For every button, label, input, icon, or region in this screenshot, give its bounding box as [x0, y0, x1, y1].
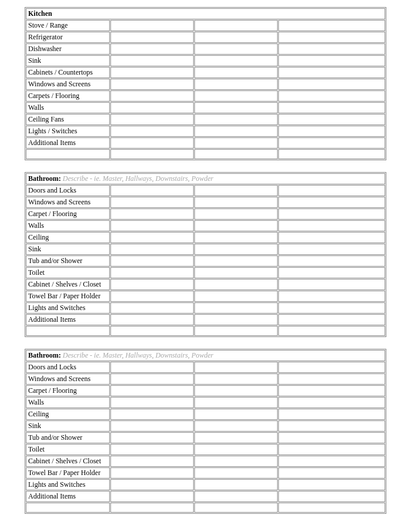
row-cell[interactable]: [194, 444, 278, 455]
row-cell[interactable]: [110, 32, 194, 43]
row-cell[interactable]: [194, 55, 278, 66]
row-cell[interactable]: [110, 326, 194, 336]
row-cell[interactable]: [194, 314, 278, 325]
row-cell[interactable]: [110, 67, 194, 78]
row-cell[interactable]: [110, 444, 194, 455]
row-cell[interactable]: [278, 326, 385, 336]
row-cell[interactable]: [278, 314, 385, 325]
row-cell[interactable]: [110, 385, 194, 396]
row-cell[interactable]: [110, 291, 194, 302]
row-cell[interactable]: [194, 43, 278, 55]
row-cell[interactable]: [194, 373, 278, 385]
row-cell[interactable]: [110, 126, 194, 137]
row-cell[interactable]: [110, 409, 194, 420]
row-cell[interactable]: [278, 255, 385, 267]
row-cell[interactable]: [110, 314, 194, 325]
row-cell[interactable]: [278, 55, 385, 66]
row-cell[interactable]: [110, 43, 194, 55]
row-cell[interactable]: [278, 479, 385, 490]
row-cell[interactable]: [278, 114, 385, 125]
row-cell[interactable]: [110, 90, 194, 102]
row-cell[interactable]: [194, 255, 278, 267]
row-cell[interactable]: [278, 43, 385, 55]
row-cell[interactable]: [110, 197, 194, 208]
row-cell[interactable]: [278, 279, 385, 290]
row-cell[interactable]: [110, 279, 194, 290]
row-cell[interactable]: [194, 20, 278, 31]
row-cell[interactable]: [194, 326, 278, 336]
row-cell[interactable]: [194, 232, 278, 243]
row-cell[interactable]: [278, 67, 385, 78]
row-cell[interactable]: [194, 291, 278, 302]
row-cell[interactable]: [278, 126, 385, 137]
row-cell[interactable]: [110, 79, 194, 90]
row-cell[interactable]: [194, 220, 278, 231]
row-cell[interactable]: [278, 432, 385, 443]
row-cell[interactable]: [194, 185, 278, 196]
row-cell[interactable]: [194, 102, 278, 113]
row-cell[interactable]: [194, 208, 278, 220]
row-cell[interactable]: [278, 102, 385, 113]
row-cell[interactable]: [278, 444, 385, 455]
row-cell[interactable]: [110, 432, 194, 443]
row-cell[interactable]: [194, 267, 278, 278]
row-cell[interactable]: [194, 479, 278, 490]
row-cell[interactable]: [194, 67, 278, 78]
row-cell[interactable]: [278, 149, 385, 159]
row-cell[interactable]: [110, 208, 194, 220]
row-cell[interactable]: [278, 32, 385, 43]
row-cell[interactable]: [194, 503, 278, 513]
row-cell[interactable]: [278, 267, 385, 278]
row-cell[interactable]: [278, 362, 385, 373]
row-cell[interactable]: [194, 409, 278, 420]
row-cell[interactable]: [278, 291, 385, 302]
row-cell[interactable]: [278, 409, 385, 420]
row-cell[interactable]: [278, 220, 385, 231]
row-cell[interactable]: [278, 79, 385, 90]
row-cell[interactable]: [110, 456, 194, 467]
row-cell[interactable]: [110, 255, 194, 267]
row-cell[interactable]: [194, 302, 278, 314]
row-cell[interactable]: [278, 503, 385, 513]
row-cell[interactable]: [194, 90, 278, 102]
row-cell[interactable]: [194, 491, 278, 502]
row-cell[interactable]: [278, 197, 385, 208]
row-cell[interactable]: [278, 456, 385, 467]
row-cell[interactable]: [110, 479, 194, 490]
row-cell[interactable]: [110, 102, 194, 113]
row-cell[interactable]: [278, 385, 385, 396]
row-cell[interactable]: [110, 267, 194, 278]
row-cell[interactable]: [194, 197, 278, 208]
row-cell[interactable]: [194, 385, 278, 396]
row-cell[interactable]: [278, 20, 385, 31]
row-cell[interactable]: [110, 114, 194, 125]
row-cell[interactable]: [194, 467, 278, 479]
row-cell[interactable]: [194, 456, 278, 467]
row-cell[interactable]: [194, 32, 278, 43]
row-cell[interactable]: [110, 20, 194, 31]
row-cell[interactable]: [278, 244, 385, 255]
row-cell[interactable]: [110, 467, 194, 479]
row-cell[interactable]: [110, 362, 194, 373]
row-cell[interactable]: [110, 185, 194, 196]
row-cell[interactable]: [194, 420, 278, 432]
row-cell[interactable]: [110, 232, 194, 243]
row-cell[interactable]: [194, 126, 278, 137]
row-cell[interactable]: [278, 467, 385, 479]
row-cell[interactable]: [278, 208, 385, 220]
row-cell[interactable]: [278, 373, 385, 385]
row-cell[interactable]: [194, 244, 278, 255]
row-cell[interactable]: [110, 137, 194, 149]
row-cell[interactable]: [278, 232, 385, 243]
row-cell[interactable]: [278, 302, 385, 314]
row-cell[interactable]: [110, 373, 194, 385]
row-cell[interactable]: [278, 137, 385, 149]
row-cell[interactable]: [194, 137, 278, 149]
row-cell[interactable]: [194, 397, 278, 408]
row-cell[interactable]: [194, 432, 278, 443]
row-cell[interactable]: [194, 114, 278, 125]
row-cell[interactable]: [110, 503, 194, 513]
row-cell[interactable]: [194, 79, 278, 90]
row-cell[interactable]: [110, 244, 194, 255]
row-cell[interactable]: [194, 362, 278, 373]
